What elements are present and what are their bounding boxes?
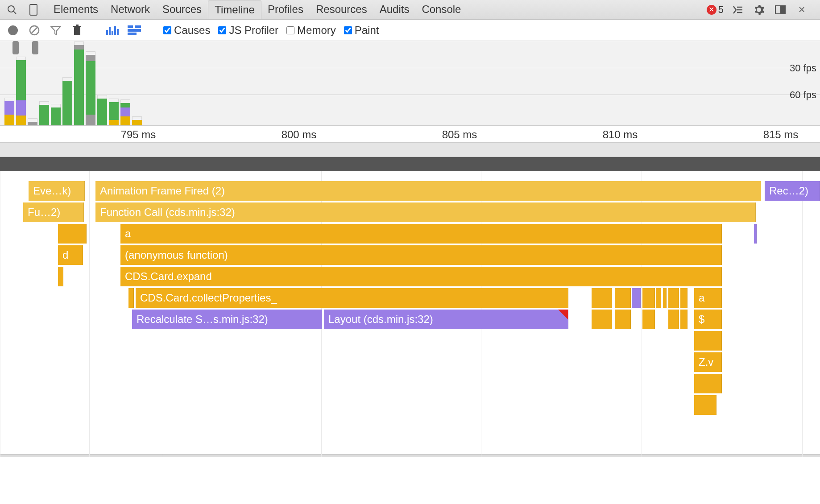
tab-network[interactable]: Network: [104, 0, 156, 19]
warning-icon: [558, 310, 568, 319]
flame-block[interactable]: [694, 331, 722, 351]
tab-sources[interactable]: Sources: [156, 0, 208, 19]
flame-block[interactable]: [592, 288, 612, 308]
flame-block[interactable]: Rec…2): [765, 181, 820, 201]
error-count[interactable]: ✕ 5: [707, 4, 724, 16]
frames-view-icon[interactable]: [106, 24, 120, 37]
flame-block[interactable]: (anonymous function): [120, 245, 722, 265]
overview-bar[interactable]: [132, 41, 142, 125]
flame-block[interactable]: [632, 288, 641, 308]
svg-line-9: [31, 27, 37, 33]
svg-marker-10: [51, 26, 61, 35]
flame-block[interactable]: [694, 374, 722, 393]
gridline: [89, 171, 90, 457]
flame-block[interactable]: [615, 310, 631, 329]
flame-block[interactable]: CDS.Card.expand: [120, 267, 722, 286]
flame-chart[interactable]: Eve…k)Animation Frame Fired (2)Rec…2)Fu……: [0, 171, 820, 457]
svg-rect-18: [117, 29, 119, 35]
flame-block[interactable]: [642, 288, 655, 308]
flame-block[interactable]: [656, 288, 661, 308]
flame-block[interactable]: Z.v: [694, 352, 722, 372]
overview-bar[interactable]: [97, 41, 107, 125]
ruler-tick: 815 ms: [763, 128, 799, 141]
overview-bar[interactable]: [39, 41, 49, 125]
error-icon: ✕: [707, 5, 716, 15]
overview-bar[interactable]: [51, 41, 61, 125]
flame-block[interactable]: Fu…2): [23, 202, 84, 222]
causes-checkbox[interactable]: Causes: [163, 24, 210, 37]
flame-block[interactable]: [128, 288, 134, 308]
svg-rect-14: [106, 30, 108, 35]
ruler-tick: 795 ms: [121, 128, 156, 141]
tab-timeline[interactable]: Timeline: [208, 0, 261, 19]
gridline: [802, 171, 803, 457]
js-profiler-checkbox[interactable]: JS Profiler: [218, 24, 278, 37]
tab-audits[interactable]: Audits: [373, 0, 416, 19]
flame-block[interactable]: a: [694, 288, 722, 308]
overview-pane[interactable]: 30 fps 60 fps: [0, 41, 820, 126]
overview-bar[interactable]: [86, 41, 95, 125]
close-icon[interactable]: ×: [794, 2, 809, 17]
svg-point-0: [8, 6, 14, 12]
divider-strip: [0, 157, 820, 171]
flame-block[interactable]: [58, 224, 87, 244]
flame-block[interactable]: Function Call (cds.min.js:32): [95, 202, 756, 222]
svg-rect-7: [781, 6, 785, 14]
flame-block[interactable]: Layout (cds.min.js:32): [324, 310, 568, 329]
overview-bar[interactable]: [74, 41, 84, 125]
filter-icon[interactable]: [49, 24, 62, 37]
gridline: [0, 171, 0, 457]
flame-block[interactable]: a: [120, 224, 722, 244]
tab-elements[interactable]: Elements: [47, 0, 104, 19]
flame-block[interactable]: [663, 288, 667, 308]
svg-rect-12: [73, 26, 81, 27]
garbage-collect-icon[interactable]: [70, 24, 84, 37]
flame-block[interactable]: [668, 310, 679, 329]
dock-icon[interactable]: [773, 2, 788, 17]
flame-block[interactable]: [680, 288, 687, 308]
error-count-value: 5: [718, 4, 724, 16]
toggle-drawer-icon[interactable]: [730, 2, 745, 17]
flame-block[interactable]: [58, 267, 63, 286]
tab-console[interactable]: Console: [415, 0, 467, 19]
overview-bar[interactable]: [109, 41, 119, 125]
record-button[interactable]: [6, 24, 20, 37]
svg-rect-20: [135, 25, 141, 28]
flame-view-icon[interactable]: [128, 24, 141, 37]
fps-30-label: 30 fps: [790, 62, 816, 74]
flame-block[interactable]: [694, 395, 716, 415]
flame-block[interactable]: Recalculate S…s.min.js:32): [132, 310, 322, 329]
devtools-tabbar: ElementsNetworkSourcesTimelineProfilesRe…: [0, 0, 820, 20]
memory-checkbox[interactable]: Memory: [286, 24, 336, 37]
selection-handle-left[interactable]: [12, 41, 19, 54]
svg-rect-2: [30, 4, 37, 15]
flame-block[interactable]: [592, 310, 612, 329]
search-icon[interactable]: [4, 2, 20, 17]
flame-block[interactable]: $: [694, 310, 722, 329]
flame-block[interactable]: [642, 310, 655, 329]
svg-rect-11: [74, 27, 80, 35]
settings-icon[interactable]: [751, 2, 766, 17]
ruler-tick: 810 ms: [603, 128, 638, 141]
flame-block[interactable]: d: [58, 245, 83, 265]
flame-block[interactable]: Animation Frame Fired (2): [95, 181, 761, 201]
time-ruler[interactable]: 795 ms800 ms805 ms810 ms815 ms: [0, 126, 820, 143]
flame-block[interactable]: Eve…k): [29, 181, 85, 201]
flame-block[interactable]: [680, 310, 687, 329]
svg-rect-16: [112, 31, 113, 35]
svg-line-1: [13, 11, 16, 14]
ruler-tick: 805 ms: [442, 128, 477, 141]
device-mode-icon[interactable]: [26, 2, 41, 17]
paint-checkbox[interactable]: Paint: [344, 24, 379, 37]
tab-profiles[interactable]: Profiles: [261, 0, 310, 19]
flame-block[interactable]: [668, 288, 679, 308]
selection-handle-right[interactable]: [32, 41, 38, 54]
flame-block[interactable]: [754, 224, 757, 244]
overview-bar[interactable]: [120, 41, 130, 125]
flame-block[interactable]: CDS.Card.collectProperties_: [136, 288, 568, 308]
overview-bar[interactable]: [62, 41, 72, 125]
clear-icon[interactable]: [28, 24, 41, 37]
flame-block[interactable]: [615, 288, 631, 308]
tab-resources[interactable]: Resources: [310, 0, 373, 19]
scrollbar-track[interactable]: [0, 454, 820, 457]
